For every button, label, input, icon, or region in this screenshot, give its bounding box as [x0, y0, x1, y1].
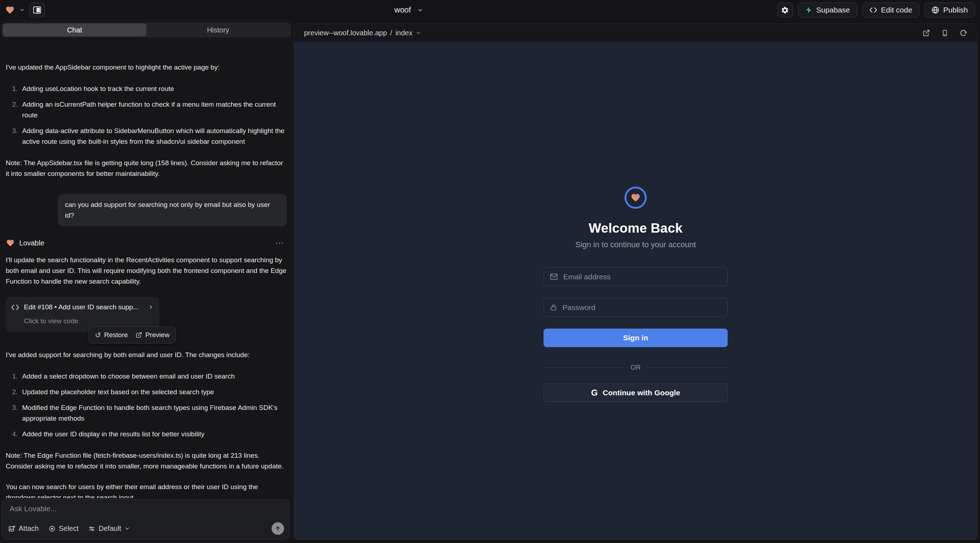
assistant-message-added: I've added support for searching by both… — [6, 349, 287, 360]
send-button[interactable] — [272, 522, 284, 535]
project-name: woof — [395, 5, 411, 14]
edit-code-button[interactable]: Edit code — [862, 3, 920, 17]
divider-line — [647, 367, 728, 368]
mobile-view-button[interactable] — [942, 29, 948, 37]
preview-page-selector[interactable]: index — [395, 29, 421, 37]
preview-panel: preview--woof.lovable.app / index — [294, 24, 977, 540]
list-item: Modified the Edge Function to handle bot… — [6, 402, 287, 424]
assistant-list-1: Adding useLocation hook to track the cur… — [6, 84, 287, 147]
publish-button[interactable]: Publish — [924, 3, 975, 17]
preview-url: preview--woof.lovable.app — [304, 29, 387, 37]
password-field[interactable] — [562, 303, 721, 312]
publish-label: Publish — [943, 6, 968, 14]
user-message-bubble: can you add support for searching not on… — [58, 194, 287, 226]
external-link-icon — [135, 332, 142, 338]
google-sign-in-button[interactable]: G Continue with Google — [544, 384, 728, 402]
external-link-icon — [923, 29, 930, 37]
assistant-name: Lovable — [19, 238, 44, 248]
list-item: Added a select dropdown to choose betwee… — [6, 371, 287, 382]
attach-image-icon — [8, 525, 15, 532]
refresh-button[interactable] — [960, 29, 967, 37]
list-item: Adding data-active attribute to SidebarM… — [6, 125, 287, 147]
refresh-icon — [960, 29, 967, 37]
password-field-wrap — [544, 298, 728, 317]
app-preview-frame: Welcome Back Sign in to continue to your… — [294, 42, 977, 540]
code-brackets-icon — [11, 304, 19, 310]
project-chevron-down-icon — [417, 7, 423, 13]
attach-label: Attach — [19, 524, 39, 533]
restore-icon: ↺ — [95, 332, 101, 338]
login-subtitle: Sign in to continue to your account — [575, 240, 696, 249]
project-selector[interactable]: woof — [395, 0, 423, 20]
logo-chevron-down-icon[interactable] — [19, 7, 25, 13]
app-logo — [625, 187, 647, 209]
lovable-avatar-heart-icon — [6, 239, 15, 247]
email-field-wrap — [544, 267, 728, 286]
assistant-message-outro: You can now search for users by either t… — [6, 482, 287, 498]
top-bar: woof Supabase — [0, 0, 980, 20]
open-in-new-tab-button[interactable] — [923, 29, 930, 37]
lovable-app-window: woof Supabase — [0, 0, 980, 543]
preview-button[interactable]: Preview — [135, 330, 170, 340]
chat-transcript: I've updated the AppSidebar component to… — [0, 56, 293, 498]
chevron-down-icon — [416, 30, 421, 36]
login-title: Welcome Back — [589, 221, 683, 236]
preview-label: Preview — [145, 330, 170, 340]
list-item: Added the user ID display in the results… — [6, 429, 287, 440]
more-options-button[interactable]: ⋯ — [275, 238, 285, 248]
target-icon — [49, 525, 56, 532]
prompt-composer: Attach Select Default — [2, 499, 290, 540]
sidebar-toggle-button[interactable] — [29, 3, 45, 17]
url-separator: / — [390, 29, 392, 37]
google-label: Continue with Google — [603, 389, 680, 397]
preview-page: index — [395, 29, 412, 37]
heart-icon — [630, 193, 641, 203]
login-screen: Welcome Back Sign in to continue to your… — [294, 42, 977, 540]
settings-button[interactable] — [777, 3, 793, 17]
send-arrow-up-icon — [275, 526, 281, 532]
restore-button[interactable]: ↺ Restore — [95, 330, 128, 340]
or-divider: OR — [544, 364, 728, 372]
supabase-button[interactable]: Supabase — [798, 3, 857, 17]
edit-card-subtitle: Click to view code — [24, 316, 154, 326]
assistant-note: Note: The AppSidebar.tsx file is getting… — [6, 158, 287, 179]
assistant-list-2: Added a select dropdown to choose betwee… — [6, 371, 287, 440]
google-g-icon: G — [591, 388, 598, 398]
email-field[interactable] — [563, 273, 721, 281]
mode-selector[interactable]: Default — [88, 524, 130, 533]
mobile-phone-icon — [942, 29, 948, 37]
list-item: Adding an isCurrentPath helper function … — [6, 99, 287, 121]
prompt-input[interactable] — [10, 505, 282, 513]
supabase-bolt-icon — [805, 6, 812, 14]
assistant-message-plan: I'll update the search functionality in … — [6, 255, 287, 287]
supabase-label: Supabase — [816, 6, 850, 14]
restore-label: Restore — [104, 330, 128, 340]
lock-icon — [550, 303, 557, 311]
code-brackets-icon — [869, 7, 877, 13]
divider-line — [544, 367, 625, 368]
chat-panel: Chat History I've updated the AppSidebar… — [0, 20, 293, 543]
sign-in-button[interactable]: Sign in — [544, 329, 728, 347]
edit-code-label: Edit code — [881, 6, 913, 14]
chevron-down-icon — [124, 526, 130, 531]
edit-card-title: Edit #108 • Add user ID search supp... — [24, 302, 143, 313]
or-label: OR — [631, 364, 641, 372]
tab-chat[interactable]: Chat — [3, 24, 146, 37]
chat-history-tabs: Chat History — [2, 22, 291, 38]
assistant-message-intro: I've updated the AppSidebar component to… — [6, 62, 287, 73]
assistant-header: Lovable ⋯ — [6, 238, 287, 248]
list-item: Adding useLocation hook to track the cur… — [6, 84, 287, 94]
mail-icon — [550, 273, 558, 280]
globe-icon — [931, 6, 939, 14]
edit-card-area: Edit #108 • Add user ID search supp... C… — [6, 297, 287, 342]
sliders-icon — [88, 525, 95, 532]
list-item: Updated the placeholder text based on th… — [6, 387, 287, 397]
attach-button[interactable]: Attach — [8, 524, 39, 533]
tab-history[interactable]: History — [146, 24, 290, 37]
lovable-logo-heart-icon[interactable] — [5, 5, 15, 14]
select-button[interactable]: Select — [49, 524, 79, 533]
mode-label: Default — [99, 524, 121, 533]
select-label: Select — [59, 524, 79, 533]
restore-preview-toolbar: ↺ Restore Preview — [89, 326, 176, 344]
preview-url-bar: preview--woof.lovable.app / index — [294, 24, 977, 42]
